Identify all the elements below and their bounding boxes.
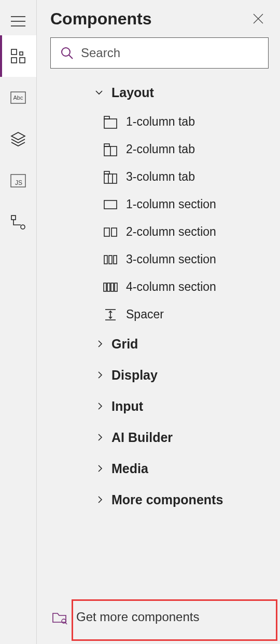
item-label: Spacer (126, 307, 164, 321)
panel-title: Components (50, 9, 152, 29)
flow-icon (10, 214, 26, 230)
components-panel: Components Layout (36, 0, 280, 644)
svg-rect-5 (20, 58, 25, 63)
item-1-column-section[interactable]: 1-column section (37, 191, 276, 218)
group-layout[interactable]: Layout (37, 77, 276, 108)
four-column-section-icon (103, 280, 118, 294)
svg-rect-34 (107, 283, 110, 291)
svg-rect-3 (11, 49, 17, 55)
item-3-column-tab[interactable]: 3-column tab (37, 163, 276, 191)
search-input[interactable] (80, 45, 259, 61)
item-label: 2-column section (126, 225, 216, 239)
group-label: Input (111, 399, 143, 414)
close-button[interactable] (248, 8, 269, 29)
group-label: Display (111, 368, 158, 383)
item-3-column-section[interactable]: 3-column section (37, 246, 276, 273)
search-input-wrapper[interactable] (50, 37, 269, 69)
group-ai-builder[interactable]: AI Builder (37, 422, 276, 453)
item-label: 1-column section (126, 197, 216, 211)
item-label: 2-column tab (126, 142, 195, 156)
nav-item-components[interactable] (0, 35, 36, 77)
group-display[interactable]: Display (37, 359, 276, 391)
chevron-right-icon (96, 340, 104, 348)
svg-text:Abc: Abc (13, 95, 23, 101)
svg-rect-36 (115, 283, 117, 291)
svg-point-13 (21, 225, 25, 229)
item-4-column-section[interactable]: 4-column section (37, 273, 276, 301)
group-label: AI Builder (111, 430, 173, 445)
chevron-right-icon (96, 371, 104, 379)
svg-rect-19 (104, 116, 109, 119)
layers-icon (10, 131, 26, 147)
one-column-section-icon (103, 197, 118, 212)
svg-rect-29 (111, 228, 117, 236)
group-label: Grid (111, 337, 138, 352)
svg-rect-4 (11, 58, 17, 63)
svg-rect-30 (104, 256, 107, 264)
group-label: Layout (111, 85, 154, 100)
item-label: 3-column tab (126, 170, 195, 184)
search-icon (60, 46, 74, 60)
svg-rect-23 (104, 174, 117, 183)
svg-rect-26 (104, 171, 109, 174)
footer-label: Get more components (76, 610, 199, 624)
group-media[interactable]: Media (37, 453, 276, 484)
item-spacer[interactable]: Spacer (37, 301, 276, 328)
nav-item-layers[interactable] (0, 118, 36, 160)
two-column-tab-icon (103, 142, 118, 157)
item-label: 4-column section (126, 280, 216, 294)
svg-rect-22 (104, 144, 109, 146)
group-label: Media (111, 461, 148, 476)
svg-rect-27 (104, 200, 117, 209)
svg-rect-6 (20, 52, 23, 55)
components-icon (10, 48, 26, 64)
js-icon: JS (10, 174, 26, 187)
folder-add-icon (51, 610, 68, 624)
svg-rect-31 (109, 256, 112, 264)
chevron-right-icon (96, 495, 104, 504)
svg-marker-9 (11, 132, 25, 140)
item-label: 1-column tab (126, 115, 195, 129)
one-column-tab-icon (103, 115, 118, 129)
chevron-down-icon (95, 88, 103, 97)
item-label: 3-column section (126, 252, 216, 266)
menu-button[interactable] (0, 7, 36, 35)
spacer-icon (103, 307, 118, 322)
svg-rect-32 (114, 256, 117, 264)
abc-icon: Abc (10, 91, 26, 104)
two-column-section-icon (103, 225, 118, 239)
svg-rect-28 (104, 228, 109, 236)
svg-rect-18 (104, 119, 117, 128)
svg-line-17 (69, 55, 73, 59)
nav-item-js[interactable]: JS (0, 160, 36, 202)
svg-line-41 (65, 623, 67, 624)
item-2-column-section[interactable]: 2-column section (37, 218, 276, 246)
left-nav-rail: Abc JS (0, 0, 36, 644)
group-input[interactable]: Input (37, 391, 276, 422)
svg-point-40 (62, 619, 66, 623)
three-column-tab-icon (103, 170, 118, 184)
group-grid[interactable]: Grid (37, 328, 276, 359)
close-icon (253, 13, 264, 24)
group-label: More components (111, 492, 223, 507)
get-more-components-button[interactable]: Get more components (48, 601, 269, 633)
svg-rect-33 (104, 283, 106, 291)
item-1-column-tab[interactable]: 1-column tab (37, 108, 276, 136)
nav-item-text[interactable]: Abc (0, 77, 36, 118)
chevron-right-icon (96, 402, 104, 410)
hamburger-icon (10, 16, 26, 27)
svg-rect-35 (111, 283, 114, 291)
nav-item-flow[interactable] (0, 202, 36, 243)
chevron-right-icon (96, 464, 104, 473)
svg-point-16 (62, 48, 70, 56)
svg-text:JS: JS (15, 179, 22, 186)
component-tree: Layout 1-column tab 2-column tab 3-colum… (37, 77, 280, 644)
chevron-right-icon (96, 433, 104, 441)
group-more-components[interactable]: More components (37, 484, 276, 515)
svg-rect-12 (11, 216, 16, 220)
item-2-column-tab[interactable]: 2-column tab (37, 136, 276, 163)
three-column-section-icon (103, 252, 118, 267)
